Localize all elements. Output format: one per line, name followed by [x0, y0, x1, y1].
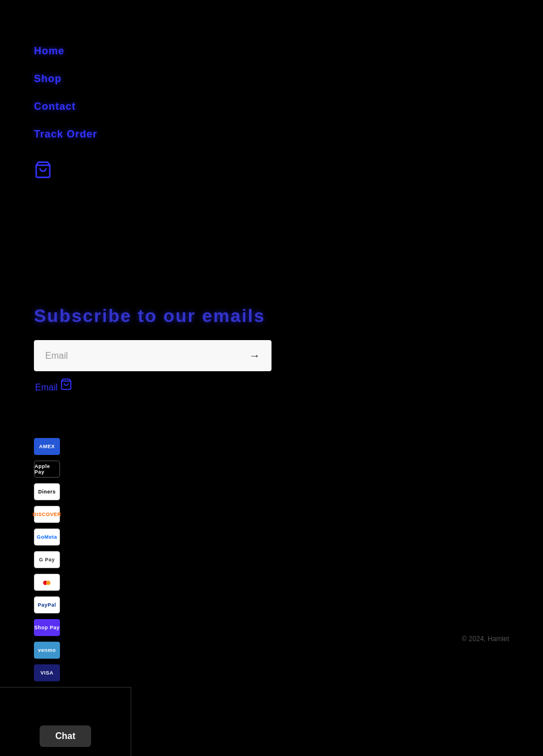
payment-amex: AMEX — [34, 438, 60, 455]
payment-paypal: PayPal — [34, 596, 60, 613]
subscribe-title: Subscribe to our emails — [34, 306, 543, 327]
nav-shop-link[interactable]: Shop — [34, 73, 543, 85]
cart-icon-subscribe[interactable] — [60, 378, 72, 393]
navigation: Home Shop Contact Track Order — [0, 0, 543, 192]
payment-visa: VISA — [34, 664, 60, 681]
subscribe-section: Subscribe to our emails → Email — [0, 192, 543, 393]
payment-meta: GoMeta — [34, 529, 60, 545]
nav-track-order-link[interactable]: Track Order — [34, 128, 543, 140]
chat-widget: Chat — [0, 687, 131, 756]
payment-venmo: venmo — [34, 642, 60, 659]
chat-button[interactable]: Chat — [40, 725, 92, 747]
email-label: Email — [35, 377, 543, 393]
payment-mastercard: ●● — [34, 574, 60, 591]
subscribe-submit-button[interactable]: → — [238, 340, 272, 371]
payment-discover: DISCOVER — [34, 506, 60, 523]
cart-icon[interactable] — [34, 161, 52, 181]
payment-applepay: Apple Pay — [34, 461, 60, 478]
payment-shopay: Shop Pay — [34, 619, 60, 636]
payment-diners: Diners — [34, 483, 60, 500]
nav-contact-link[interactable]: Contact — [34, 101, 543, 113]
copyright-text: © 2024, Hamlet — [462, 635, 509, 643]
email-input[interactable] — [34, 342, 238, 370]
subscribe-form: → — [34, 340, 272, 371]
nav-home-link[interactable]: Home — [34, 45, 543, 57]
payment-googlepay: G Pay — [34, 551, 60, 568]
